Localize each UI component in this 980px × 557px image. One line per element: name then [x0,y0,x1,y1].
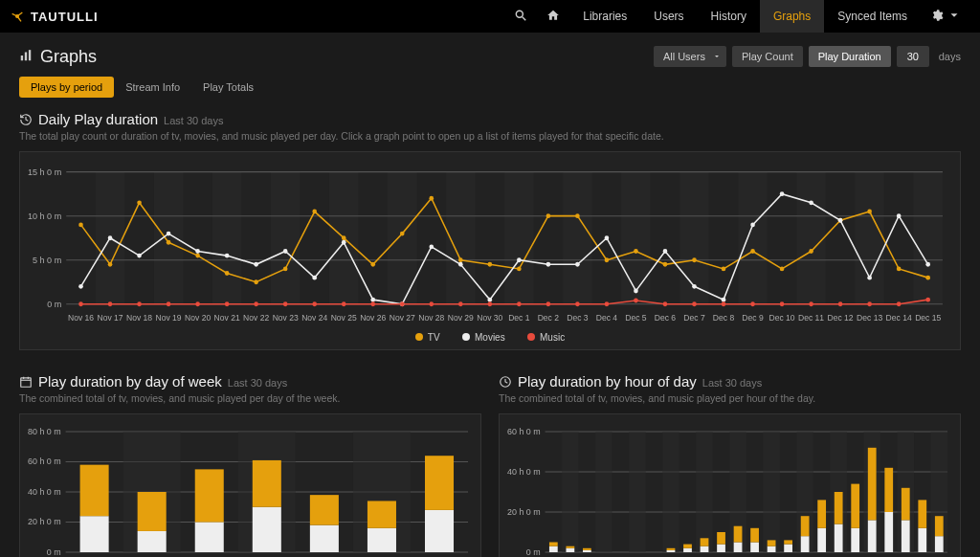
nav-users[interactable]: Users [640,0,697,33]
user-select[interactable]: All Users [654,46,726,67]
legend-tv[interactable]: TV [415,332,440,343]
svg-text:Dec 9: Dec 9 [742,313,763,323]
svg-rect-196 [562,432,579,552]
svg-point-66 [283,266,288,271]
svg-point-79 [663,262,668,267]
tab-plays-by-period[interactable]: Plays by period [19,77,114,98]
svg-point-97 [312,276,317,280]
svg-rect-238 [717,545,725,552]
svg-point-71 [429,196,434,201]
svg-point-126 [283,301,288,306]
svg-rect-269 [884,468,893,512]
svg-rect-173 [195,469,224,522]
svg-point-89 [78,284,83,289]
daily-chart[interactable]: 0 m5 h 0 m10 h 0 m15 h 0 mNov 16Nov 17No… [19,151,961,350]
svg-point-133 [488,301,493,306]
nav-history[interactable]: History [698,0,760,33]
svg-rect-275 [918,500,926,527]
nav-libraries[interactable]: Libraries [569,0,640,33]
svg-point-122 [167,301,171,306]
svg-text:Dec 4: Dec 4 [596,313,617,323]
svg-rect-241 [734,543,743,553]
svg-rect-242 [734,526,743,543]
svg-rect-272 [902,488,910,521]
home-button[interactable] [537,0,569,33]
search-button[interactable] [504,0,537,33]
brand[interactable]: TAUTULLI [10,9,99,24]
svg-rect-5 [29,50,31,60]
svg-text:Dec 12: Dec 12 [828,313,854,323]
home-icon [546,9,560,25]
legend: TV Movies Music [28,324,952,344]
brand-logo-icon [10,9,25,24]
svg-point-59 [78,222,83,227]
svg-rect-208 [549,546,558,552]
svg-point-91 [137,254,142,258]
svg-text:Dec 6: Dec 6 [655,313,676,323]
svg-point-143 [780,301,785,306]
svg-rect-13 [504,172,534,304]
svg-rect-232 [683,548,692,552]
page-title: Graphs [19,47,97,67]
svg-point-124 [225,301,230,306]
weekly-chart[interactable]: 0 m20 h 0 m40 h 0 m60 h 0 m80 h 0 mSunda… [19,413,481,557]
svg-text:Nov 29: Nov 29 [448,313,474,323]
play-count-toggle[interactable]: Play Count [732,46,803,67]
settings-menu[interactable] [921,0,970,33]
svg-rect-7 [154,172,184,304]
section-weekly: Play duration by day of week Last 30 day… [19,373,481,557]
svg-text:Nov 21: Nov 21 [214,313,240,323]
svg-point-84 [809,249,813,254]
svg-point-107 [605,235,610,240]
svg-point-78 [634,249,638,254]
svg-point-72 [458,257,463,262]
legend-movies[interactable]: Movies [462,332,505,343]
svg-point-60 [108,262,113,267]
section-daily: Daily Play duration Last 30 days The tot… [19,111,961,350]
svg-text:Nov 18: Nov 18 [126,313,152,323]
svg-point-94 [225,254,230,258]
svg-text:0 m: 0 m [526,547,541,557]
svg-point-101 [429,244,434,249]
svg-text:0 m: 0 m [47,300,61,309]
svg-rect-169 [138,531,167,552]
svg-point-141 [722,301,726,306]
svg-text:20 h 0 m: 20 h 0 m [28,517,61,526]
svg-rect-233 [683,545,692,548]
svg-point-136 [575,301,580,306]
svg-text:Nov 28: Nov 28 [418,313,444,323]
tab-stream-info[interactable]: Stream Info [114,77,191,98]
svg-rect-215 [583,548,591,550]
caret-down-icon [713,51,721,62]
nav-synced-items[interactable]: Synced Items [824,0,921,33]
svg-point-114 [809,200,813,205]
svg-rect-198 [629,432,646,552]
svg-point-105 [546,262,551,267]
days-input[interactable] [897,46,929,67]
svg-point-76 [575,213,580,218]
svg-point-117 [897,213,902,218]
svg-point-148 [925,298,930,302]
svg-rect-166 [80,516,109,552]
hourly-chart[interactable]: 0 m20 h 0 m40 h 0 m60 h 0 m0001020304050… [499,413,961,557]
svg-rect-182 [368,501,396,527]
svg-point-96 [283,249,288,254]
svg-rect-202 [763,432,780,552]
svg-point-1 [517,11,523,17]
legend-music[interactable]: Music [527,332,565,343]
legend-dot-tv [415,333,423,341]
days-label: days [939,51,961,62]
svg-text:Dec 2: Dec 2 [538,313,559,323]
play-duration-toggle[interactable]: Play Duration [809,46,891,67]
svg-rect-3 [21,56,23,60]
svg-point-69 [370,262,375,267]
weekly-subtitle: Last 30 days [228,377,287,389]
caret-down-icon [947,9,961,25]
tab-play-totals[interactable]: Play Totals [191,77,265,98]
nav-graphs[interactable]: Graphs [760,0,824,33]
gear-icon [930,9,944,25]
svg-point-110 [692,284,697,289]
svg-text:Dec 13: Dec 13 [857,313,882,323]
svg-point-128 [342,301,346,306]
daily-desc: The total play count or duration of tv, … [19,130,961,142]
